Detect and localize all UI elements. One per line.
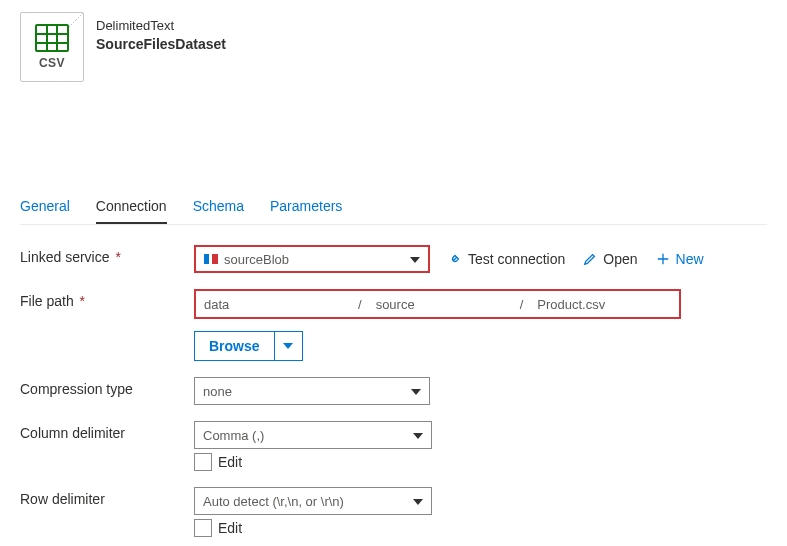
controls-column-delimiter: Comma (,) Edit — [194, 421, 767, 471]
label-file-path: File path * — [20, 289, 194, 309]
tab-schema[interactable]: Schema — [193, 192, 244, 224]
column-delimiter-edit: Edit — [194, 453, 432, 471]
path-separator: / — [514, 297, 530, 312]
pencil-icon — [583, 252, 597, 266]
compression-type-value: none — [203, 384, 232, 399]
column-delimiter-edit-label: Edit — [218, 454, 242, 470]
new-label: New — [676, 251, 704, 267]
row-delimiter-value: Auto detect (\r,\n, or \r\n) — [203, 494, 344, 509]
row-delimiter-edit-checkbox[interactable] — [194, 519, 212, 537]
controls-compression: none — [194, 377, 767, 405]
tab-strip: General Connection Schema Parameters — [20, 192, 767, 225]
dataset-name: SourceFilesDataset — [96, 36, 226, 52]
compression-type-dropdown[interactable]: none — [194, 377, 430, 405]
new-button[interactable]: New — [656, 251, 704, 267]
label-column-delimiter: Column delimiter — [20, 421, 194, 441]
row-file-path: File path * / / Browse — [20, 289, 767, 361]
test-connection-label: Test connection — [468, 251, 565, 267]
file-input[interactable] — [529, 291, 679, 317]
row-delimiter-edit-label: Edit — [218, 520, 242, 536]
column-delimiter-dropdown[interactable]: Comma (,) — [194, 421, 432, 449]
folder-input[interactable] — [368, 291, 514, 317]
chevron-down-icon — [413, 499, 423, 505]
label-row-delimiter: Row delimiter — [20, 487, 194, 507]
controls-file-path: / / Browse — [194, 289, 767, 361]
row-delimiter-stack: Auto detect (\r,\n, or \r\n) Edit — [194, 487, 432, 537]
row-row-delimiter: Row delimiter Auto detect (\r,\n, or \r\… — [20, 487, 767, 537]
row-delimiter-edit: Edit — [194, 519, 432, 537]
required-asterisk: * — [115, 249, 120, 265]
linked-service-dropdown[interactable]: sourceBlob — [194, 245, 430, 273]
storage-icon — [204, 254, 218, 264]
chevron-down-icon — [410, 257, 420, 263]
tab-connection[interactable]: Connection — [96, 192, 167, 224]
browse-button[interactable]: Browse — [194, 331, 275, 361]
open-button[interactable]: Open — [583, 251, 637, 267]
label-compression-type: Compression type — [20, 377, 194, 397]
tab-parameters[interactable]: Parameters — [270, 192, 342, 224]
test-connection-button[interactable]: Test connection — [448, 251, 565, 267]
label-linked-service-text: Linked service — [20, 249, 110, 265]
path-separator: / — [352, 297, 368, 312]
chevron-down-icon — [283, 343, 293, 349]
dataset-type: DelimitedText — [96, 18, 226, 33]
column-delimiter-edit-checkbox[interactable] — [194, 453, 212, 471]
dataset-header: CSV DelimitedText SourceFilesDataset — [20, 12, 767, 82]
controls-row-delimiter: Auto detect (\r,\n, or \r\n) Edit — [194, 487, 767, 537]
row-linked-service: Linked service * sourceBlob Test connect… — [20, 245, 767, 273]
tab-general[interactable]: General — [20, 192, 70, 224]
csv-file-icon: CSV — [20, 12, 84, 82]
controls-linked-service: sourceBlob Test connection Open New — [194, 245, 767, 273]
label-file-path-text: File path — [20, 293, 74, 309]
row-delimiter-dropdown[interactable]: Auto detect (\r,\n, or \r\n) — [194, 487, 432, 515]
grid-glyph — [35, 24, 69, 52]
plug-icon — [448, 252, 462, 266]
browse-group: Browse — [194, 331, 303, 361]
plus-icon — [656, 252, 670, 266]
label-linked-service: Linked service * — [20, 245, 194, 265]
column-delimiter-value: Comma (,) — [203, 428, 264, 443]
header-text: DelimitedText SourceFilesDataset — [96, 12, 226, 52]
required-asterisk: * — [80, 293, 85, 309]
linked-service-value: sourceBlob — [224, 252, 289, 267]
row-compression-type: Compression type none — [20, 377, 767, 405]
container-input[interactable] — [196, 291, 352, 317]
file-path-group: / / — [194, 289, 681, 319]
open-label: Open — [603, 251, 637, 267]
chevron-down-icon — [413, 433, 423, 439]
column-delimiter-stack: Comma (,) Edit — [194, 421, 432, 471]
browse-dropdown-button[interactable] — [275, 331, 303, 361]
chevron-down-icon — [411, 389, 421, 395]
csv-badge: CSV — [39, 56, 65, 70]
row-column-delimiter: Column delimiter Comma (,) Edit — [20, 421, 767, 471]
